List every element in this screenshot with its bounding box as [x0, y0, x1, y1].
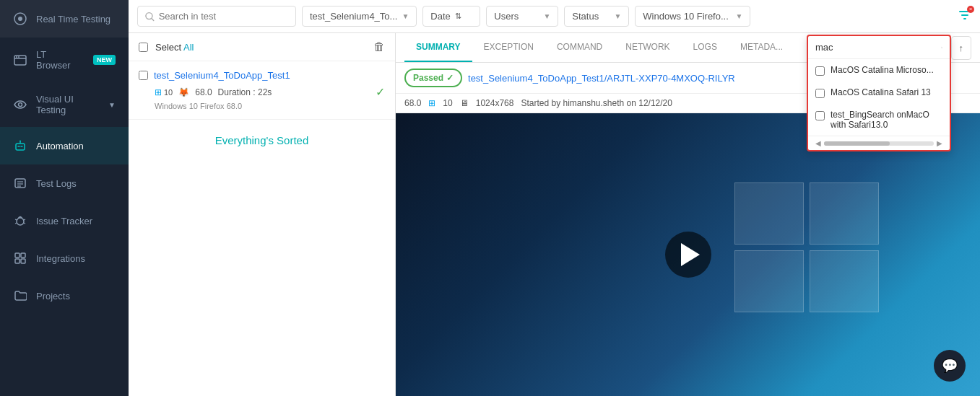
tab-exception[interactable]: EXCEPTION: [472, 33, 545, 62]
sidebar-item-projects[interactable]: Projects: [0, 277, 129, 314]
scroll-left-arrow[interactable]: ◀: [815, 139, 821, 147]
svg-line-16: [24, 219, 25, 220]
os-filter-dropdown[interactable]: Windows 10 Firefo... ▼: [635, 6, 750, 27]
test-list: Select All 🗑 test_Selenium4_ToDoApp_Test…: [129, 33, 396, 396]
os-search-input[interactable]: [815, 42, 937, 53]
sidebar-item-lt-browser[interactable]: LT Browser NEW: [0, 38, 129, 82]
os-option-label: test_BingSearch onMacO with Safari13.0: [831, 110, 942, 130]
chevron-down-icon: ▼: [543, 12, 550, 20]
sidebar-item-integrations[interactable]: Integrations: [0, 239, 129, 277]
test-filter-dropdown[interactable]: test_Selenium4_To... ▼: [302, 6, 417, 27]
os-badge: ⊞ 10: [155, 87, 173, 97]
os-option-label: MacOS Catalina Microso...: [831, 65, 934, 75]
svg-rect-20: [21, 253, 25, 258]
test-item[interactable]: test_Selenium4_ToDoApp_Test1 ⊞ 10 🦊 68.0…: [129, 61, 395, 120]
win-pane-bl: [734, 250, 804, 312]
svg-line-18: [24, 223, 25, 224]
svg-rect-22: [21, 259, 25, 263]
chat-icon: 💬: [942, 358, 958, 374]
chat-bubble[interactable]: 💬: [934, 350, 966, 382]
users-filter-dropdown[interactable]: Users ▼: [486, 6, 558, 27]
tab-command[interactable]: COMMAND: [545, 33, 614, 62]
bug-icon: [13, 214, 27, 228]
sidebar-item-label: Test Logs: [36, 178, 77, 189]
os-search-row: [808, 36, 950, 59]
list-header: Select All 🗑: [129, 33, 395, 61]
delete-icon[interactable]: 🗑: [373, 40, 385, 53]
os-option-macos-catalina-microsoft[interactable]: MacOS Catalina Microso...: [808, 59, 950, 82]
new-badge: NEW: [93, 55, 116, 65]
sidebar-item-label: Issue Tracker: [36, 216, 92, 226]
tab-summary[interactable]: SUMMARY: [404, 33, 472, 62]
search-input[interactable]: [159, 11, 288, 22]
eye-icon: [13, 97, 27, 112]
browser-version: 68.0: [195, 87, 212, 97]
test-name-link[interactable]: test_Selenium4_ToDoApp_Test1/ARJTL-XXP70…: [468, 73, 735, 84]
sidebar: Real Time Testing LT Browser NEW Visual …: [0, 0, 129, 396]
sidebar-item-real-time-testing[interactable]: Real Time Testing: [0, 0, 129, 38]
windows-logo-bg: [734, 182, 937, 327]
test-status-icon: ✓: [376, 85, 385, 99]
svg-rect-21: [15, 259, 19, 263]
select-all-link[interactable]: All: [183, 42, 194, 53]
passed-label: Passed: [413, 73, 443, 83]
status-filter-label: Status: [572, 11, 599, 22]
sorted-text: Everything's Sorted: [129, 120, 395, 161]
os-option-test-bingsearch[interactable]: test_BingSearch onMacO with Safari13.0: [808, 104, 950, 136]
video-bg: [396, 113, 980, 396]
status-filter-dropdown[interactable]: Status ▼: [564, 6, 629, 27]
toolbar: test_Selenium4_To... ▼ Date ⇅ Users ▼ St…: [129, 0, 980, 33]
sidebar-item-test-logs[interactable]: Test Logs: [0, 164, 129, 202]
sidebar-item-label: Visual UI Testing: [36, 94, 100, 115]
play-button[interactable]: [665, 232, 711, 278]
os-option-checkbox[interactable]: [815, 66, 825, 76]
tab-logs[interactable]: LOGS: [682, 33, 729, 62]
windows-logo-grid: [734, 182, 879, 312]
folder-icon: [13, 289, 27, 303]
firefox-icon: 🦊: [178, 87, 189, 97]
list-icon: [13, 176, 27, 190]
os-dropdown-scrollbar: ◀ ▶: [808, 136, 950, 150]
chevron-down-icon: ▼: [735, 12, 742, 20]
search-icon: [145, 12, 155, 22]
date-filter-dropdown[interactable]: Date ⇅: [422, 6, 480, 27]
filter-badge: ×: [967, 6, 974, 13]
monitor-icon: 🖥: [460, 98, 469, 108]
win-pane-br: [810, 250, 879, 312]
filter-icon[interactable]: ×: [958, 9, 971, 25]
test-item-checkbox[interactable]: [139, 71, 148, 80]
tab-network[interactable]: NETWORK: [614, 33, 681, 62]
os-version: 10: [164, 88, 173, 97]
os-dropdown-popup: MacOS Catalina Microso... MacOS Catalina…: [807, 35, 951, 151]
sidebar-item-issue-tracker[interactable]: Issue Tracker: [0, 202, 129, 239]
sidebar-item-visual-ui-testing[interactable]: Visual UI Testing ▼: [0, 82, 129, 127]
expand-icon: ▼: [108, 101, 116, 109]
select-all-checkbox[interactable]: [139, 43, 148, 52]
windows-meta-icon: ⊞: [428, 98, 435, 108]
win-pane-tl: [734, 182, 804, 245]
os-filter-value: Windows 10 Firefo...: [643, 11, 729, 22]
os-option-macos-catalina-safari13[interactable]: MacOS Catalina Safari 13: [808, 82, 950, 104]
detail-resolution: 1024x768: [476, 98, 514, 108]
users-filter-label: Users: [494, 11, 519, 22]
os-option-checkbox[interactable]: [815, 89, 825, 98]
windows-icon: ⊞: [155, 87, 162, 97]
svg-point-1: [18, 17, 22, 21]
select-all-label: Select All: [155, 42, 194, 53]
search-box[interactable]: [137, 6, 296, 27]
os-option-checkbox[interactable]: [815, 111, 825, 120]
detail-os-version: 10: [443, 98, 452, 108]
test-meta: ⊞ 10 🦊 68.0 Duration : 22s ✓: [139, 85, 385, 99]
sidebar-item-automation[interactable]: Automation: [0, 127, 129, 164]
date-sort-icon: ⇅: [455, 12, 461, 21]
scroll-right-arrow[interactable]: ▶: [937, 139, 942, 147]
svg-point-5: [18, 56, 19, 58]
main-content: test_Selenium4_To... ▼ Date ⇅ Users ▼ St…: [129, 0, 980, 396]
svg-point-6: [19, 103, 22, 107]
sidebar-item-label: Automation: [36, 141, 84, 151]
share-button[interactable]: ↑: [951, 36, 972, 60]
tab-metadata[interactable]: METADA...: [729, 33, 794, 62]
os-search-icon: [941, 43, 942, 53]
scrollbar-track[interactable]: [824, 141, 934, 146]
win-pane-tr: [810, 182, 879, 245]
